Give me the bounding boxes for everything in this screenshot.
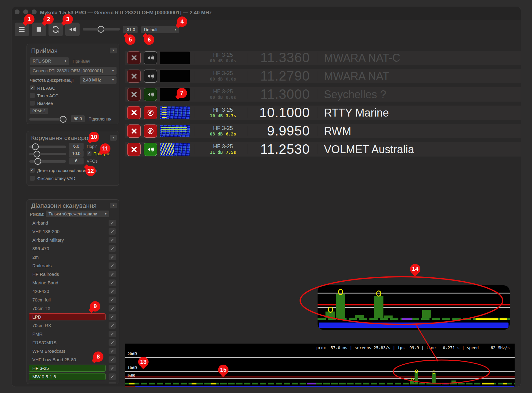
squelch-value[interactable]: -31.0 <box>123 26 138 33</box>
gain-value[interactable]: 50.0 <box>71 115 85 122</box>
band-list-item[interactable]: WFM Broadcast <box>27 347 119 356</box>
marker-yellow <box>476 318 498 320</box>
collapse-button[interactable]: ▼ <box>110 135 117 141</box>
driver-select[interactable]: RTL-SDR ▼ <box>30 57 69 65</box>
band-edit-button[interactable] <box>109 348 116 354</box>
band-edit-button[interactable] <box>109 356 116 363</box>
rtl-agc-checkbox[interactable]: ✓ <box>30 85 35 90</box>
band-edit-button[interactable] <box>109 331 116 337</box>
waterfall-thumbnail[interactable] <box>160 125 190 137</box>
vad-hold-checkbox[interactable]: ✓ <box>30 176 35 181</box>
band-list-item[interactable]: SW 60m <box>27 381 119 384</box>
channel-delete-button[interactable] <box>127 51 141 64</box>
vfos-slider-thumb[interactable] <box>34 158 41 165</box>
band-list-item[interactable]: 70cm RX <box>27 322 119 330</box>
band-edit-button[interactable] <box>109 314 116 320</box>
band-list-item[interactable]: 396-470 <box>27 245 119 253</box>
band-edit-button[interactable] <box>109 382 116 384</box>
channel-delete-button[interactable] <box>127 88 141 101</box>
band-edit-button[interactable] <box>109 322 116 329</box>
channel-audio-button[interactable] <box>144 88 157 101</box>
channel-delete-button[interactable] <box>127 70 141 83</box>
window-zoom-button[interactable] <box>32 9 37 14</box>
window-minimize-button[interactable] <box>23 9 28 14</box>
collapse-button[interactable]: ▼ <box>110 203 117 208</box>
band-list-item[interactable]: LPD <box>27 313 119 322</box>
channel-audio-button[interactable] <box>144 106 157 119</box>
tuner-agc-checkbox[interactable]: ✓ <box>30 93 35 98</box>
waterfall-thumbnail[interactable] <box>160 52 190 64</box>
peak-marker-icon <box>415 370 418 373</box>
band-edit-button[interactable] <box>109 305 116 312</box>
band-list-item[interactable]: MW 0.5-1.6 <box>27 373 119 381</box>
ppm-chip[interactable]: PPM: 2 <box>30 108 48 114</box>
band-list-item[interactable]: VHF Low Band 25-80 <box>27 356 119 364</box>
band-list-item[interactable]: 420-430 <box>27 287 119 296</box>
band-edit-button[interactable] <box>109 220 116 226</box>
band-list-item[interactable]: 70cm TX <box>27 305 119 313</box>
band-edit-button[interactable] <box>109 228 116 235</box>
mode-select[interactable]: Тільки збережені канали ▼ <box>46 211 109 217</box>
channel-audio-button[interactable] <box>144 143 157 156</box>
threshold-slider-thumb[interactable] <box>32 143 39 150</box>
channel-audio-button[interactable] <box>144 51 157 64</box>
skip-slider-thumb[interactable] <box>34 151 40 157</box>
channel-delete-button[interactable] <box>127 143 141 156</box>
band-edit-button[interactable] <box>109 254 116 260</box>
device-select[interactable]: Generic RTL2832U OEM [00000001] ▼ <box>30 67 117 75</box>
window-close-button[interactable] <box>15 9 20 14</box>
menu-icon <box>18 25 26 34</box>
threshold-value[interactable]: 6.0 <box>69 143 84 150</box>
band-list-item[interactable]: Airband <box>27 219 119 228</box>
band-list-item[interactable]: 70cm full <box>27 296 119 305</box>
channel-audio-button[interactable] <box>144 124 157 138</box>
skip-checkbox[interactable]: ✓ <box>87 151 92 156</box>
menu-button[interactable] <box>15 23 29 36</box>
band-edit-button[interactable] <box>109 262 116 269</box>
channel-timer: 6.2s <box>226 132 236 136</box>
channel-delete-button[interactable] <box>127 106 141 119</box>
band-edit-button[interactable] <box>109 271 116 277</box>
threshold-line[interactable] <box>125 377 515 377</box>
band-list-item[interactable]: HF Railroads <box>27 270 119 279</box>
band-edit-button[interactable] <box>109 339 116 346</box>
audio-button[interactable] <box>65 23 80 36</box>
gain-slider-thumb[interactable] <box>60 116 66 123</box>
band-edit-button[interactable] <box>109 279 116 286</box>
band-list-item[interactable]: FRS/GMRS <box>27 339 119 347</box>
band-label: Railroads <box>32 263 52 268</box>
skip-value[interactable]: 10.0 <box>69 150 84 157</box>
band-edit-button[interactable] <box>109 288 116 294</box>
band-list-item[interactable]: Railroads <box>27 262 119 270</box>
channel-delete-button[interactable] <box>127 124 141 138</box>
annotation-badge: 12 <box>85 166 96 176</box>
band-edit-button[interactable] <box>109 297 116 303</box>
band-edit-button[interactable] <box>109 237 116 243</box>
sample-rate-select[interactable]: 2.40 MHz ▼ <box>80 76 117 84</box>
band-list-item[interactable]: Airband Military <box>27 236 119 245</box>
band-edit-button[interactable] <box>109 245 116 252</box>
audio-device-select[interactable]: Default ▼ <box>141 26 179 33</box>
channel-band-label: HF 3-25 <box>198 125 248 132</box>
signal-bar <box>384 315 393 318</box>
band-list-item[interactable]: HF 3-25 <box>27 364 119 373</box>
vad-checkbox[interactable]: ✓ <box>30 168 35 173</box>
collapse-button[interactable]: ▼ <box>110 48 117 53</box>
band-list-item[interactable]: Marine Band <box>27 279 119 287</box>
band-list-item[interactable]: PMR <box>27 330 119 339</box>
band-edit-button[interactable] <box>109 365 116 371</box>
rescan-button[interactable] <box>49 23 63 36</box>
band-edit-button[interactable] <box>109 373 116 380</box>
vfos-value[interactable]: 6 <box>69 157 84 164</box>
separator <box>317 107 317 118</box>
x-icon <box>130 127 138 135</box>
band-list-item[interactable]: VHF 138-200 <box>27 228 119 236</box>
waterfall-thumbnail[interactable] <box>160 106 190 119</box>
band-list-item[interactable]: 2m <box>27 253 119 262</box>
bias-tee-checkbox[interactable]: ✓ <box>30 101 35 106</box>
spectrum-panel[interactable]: proc 57.0 ms | screens 25.83/s | fps 99.… <box>125 344 515 387</box>
waterfall-thumbnail[interactable] <box>160 70 190 82</box>
waterfall-thumbnail[interactable] <box>160 143 190 156</box>
channel-audio-button[interactable] <box>144 70 157 83</box>
volume-slider-thumb[interactable] <box>98 26 104 33</box>
